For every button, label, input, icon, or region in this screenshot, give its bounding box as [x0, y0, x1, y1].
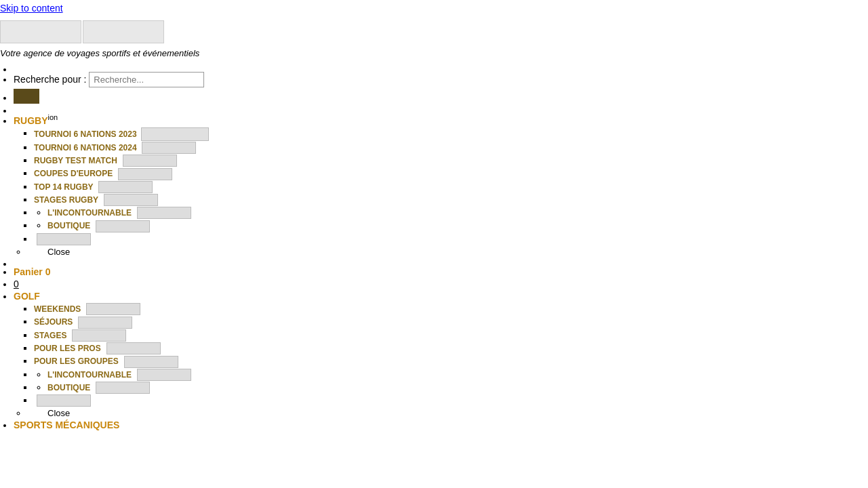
profile-link[interactable]: 0	[14, 279, 19, 289]
rugby-sub-item-img-only	[34, 233, 868, 245]
boutique-rugby-image	[96, 220, 150, 232]
tournoi-2024-image	[142, 142, 196, 154]
golf-sejours-link[interactable]: SÉJOURS	[34, 317, 73, 327]
nav-search-btn-item	[14, 89, 868, 104]
golf-stages-image	[72, 329, 126, 342]
main-navigation: Recherche pour : RUGBYion TOURNOI 6 NATI…	[0, 64, 868, 430]
logo-image-2	[83, 20, 164, 43]
stages-rugby-image	[104, 194, 158, 206]
boutique-golf-image	[96, 382, 150, 394]
golf-groupes-image	[124, 356, 178, 368]
rugby-close-list: Close	[14, 247, 868, 257]
rugby-tournoi-2023-link[interactable]: TOURNOI 6 NATIONS 2023	[34, 129, 137, 138]
nav-sports-mecaniques-item: SPORTS MÉCANIQUES	[14, 420, 868, 430]
golf-sub-item-boutique: BOUTIQUE	[34, 382, 868, 394]
golf-link[interactable]: GOLF	[14, 291, 40, 302]
site-logos	[0, 16, 868, 47]
rugby-sub-item-incontournable: L'INCONTOURNABLE	[34, 207, 868, 219]
rugby-sub-item-boutique: BOUTIQUE	[34, 220, 868, 232]
golf-sub-item-weekends: WEEKENDS	[34, 303, 868, 315]
top14-rugby-link[interactable]: TOP 14 RUGBY	[34, 182, 94, 192]
epicuriens-image	[37, 394, 91, 407]
nav-profile-item: 0	[14, 279, 868, 289]
golf-close-list: Close	[14, 408, 868, 418]
golf-incontournable-list: L'INCONTOURNABLE	[34, 369, 868, 381]
coupes-europe-link[interactable]: COUPES D'EUROPE	[34, 169, 113, 178]
golf-boutique-item: BOUTIQUE	[47, 382, 868, 394]
rugby-submenu: TOURNOI 6 NATIONS 2023 TOURNOI 6 NATIONS…	[14, 127, 868, 245]
golf-close-link[interactable]: Close	[47, 408, 70, 418]
rugby-incontournable-link[interactable]: L'INCONTOURNABLE	[47, 208, 132, 218]
golf-sub-item-sejours: SÉJOURS	[34, 316, 868, 328]
rugby-sub-item-5: TOP 14 RUGBY	[34, 181, 868, 193]
logo-link-2[interactable]	[83, 20, 164, 45]
rugby-boutique-link[interactable]: BOUTIQUE	[47, 221, 90, 230]
golf-submenu: WEEKENDS SÉJOURS STAGES POUR LES PROS PO…	[14, 303, 868, 407]
rugby-incontournable-item: L'INCONTOURNABLE	[47, 207, 868, 219]
golf-boutique-list: BOUTIQUE	[34, 382, 868, 394]
top14-image	[98, 181, 153, 193]
nav-golf-item: GOLF WEEKENDS SÉJOURS STAGES POUR LES PR…	[14, 291, 868, 418]
rugby-boutique-list: BOUTIQUE	[34, 220, 868, 232]
nav-list: Recherche pour : RUGBYion TOURNOI 6 NATI…	[0, 64, 868, 430]
skip-to-content-link[interactable]: Skip to content	[0, 0, 868, 16]
rugby-tournoi-2024-link[interactable]: TOURNOI 6 NATIONS 2024	[34, 143, 137, 152]
nav-cart-item: Panier 0	[14, 266, 868, 277]
golf-sub-item-stages: STAGES	[34, 329, 868, 342]
rugby-label: RUGBY	[14, 115, 48, 126]
rugby-sub-item-6: STAGES RUGBY	[34, 194, 868, 206]
golf-sub-item-img-only	[34, 394, 868, 407]
nav-empty-item-3	[14, 258, 868, 265]
search-button[interactable]	[14, 89, 39, 104]
rugby-incontournable-list: L'INCONTOURNABLE	[34, 207, 868, 219]
golf-weekends-image	[86, 303, 140, 315]
rugby-link[interactable]: RUGBYion	[14, 115, 58, 126]
nav-empty-item-2	[14, 105, 868, 112]
incontournable-image	[137, 207, 191, 219]
coupes-europe-image	[118, 168, 172, 180]
golf-stages-link[interactable]: STAGES	[34, 331, 66, 340]
golf-sub-item-pros: POUR LES PROS	[34, 342, 868, 354]
golf-sub-item-groupes: POUR LES GROUPES	[34, 355, 868, 367]
rugby-sup: ion	[48, 113, 58, 121]
golf-boutique-link[interactable]: BOUTIQUE	[47, 383, 90, 392]
rugby-close-item: Close	[27, 247, 868, 257]
cart-link[interactable]: Panier 0	[14, 266, 50, 277]
golf-incontournable-image	[137, 369, 191, 381]
golf-sub-item-incontournable: L'INCONTOURNABLE	[34, 369, 868, 381]
nav-search-item: Recherche pour :	[14, 72, 868, 87]
golf-pros-image	[106, 342, 161, 354]
ballon-rugby-image	[37, 233, 91, 245]
nav-empty-item	[14, 64, 868, 70]
rugby-sub-item-3: RUGBY TEST MATCH	[34, 155, 868, 167]
rugby-sub-item-2: TOURNOI 6 NATIONS 2024	[34, 142, 868, 154]
golf-close-item: Close	[27, 408, 868, 418]
golf-groupes-link[interactable]: POUR LES GROUPES	[34, 357, 119, 366]
rugby-sub-item-1: TOURNOI 6 NATIONS 2023	[34, 127, 868, 141]
logo-link-1[interactable]	[0, 20, 81, 45]
rugby-sub-item-4: COUPES D'EUROPE	[34, 167, 868, 180]
test-match-image	[123, 155, 177, 167]
golf-sejours-image	[78, 317, 132, 329]
logo-six-nations-image	[141, 127, 209, 141]
search-input[interactable]	[89, 72, 204, 87]
search-label: Recherche pour :	[14, 74, 86, 85]
nav-rugby-item: RUGBYion TOURNOI 6 NATIONS 2023 TOURNOI …	[14, 113, 868, 257]
site-tagline: Votre agence de voyages sportifs et évén…	[0, 47, 868, 62]
logo-image-1	[0, 20, 81, 43]
rugby-boutique-item: BOUTIQUE	[47, 220, 868, 232]
sports-mecaniques-link[interactable]: SPORTS MÉCANIQUES	[14, 420, 119, 430]
rugby-close-link[interactable]: Close	[47, 247, 70, 257]
golf-pros-link[interactable]: POUR LES PROS	[34, 344, 101, 353]
stages-rugby-link[interactable]: STAGES RUGBY	[34, 195, 98, 205]
golf-incontournable-item: L'INCONTOURNABLE	[47, 369, 868, 381]
rugby-test-match-link[interactable]: RUGBY TEST MATCH	[34, 156, 117, 165]
golf-incontournable-link[interactable]: L'INCONTOURNABLE	[47, 370, 132, 380]
golf-weekends-link[interactable]: WEEKENDS	[34, 304, 81, 314]
